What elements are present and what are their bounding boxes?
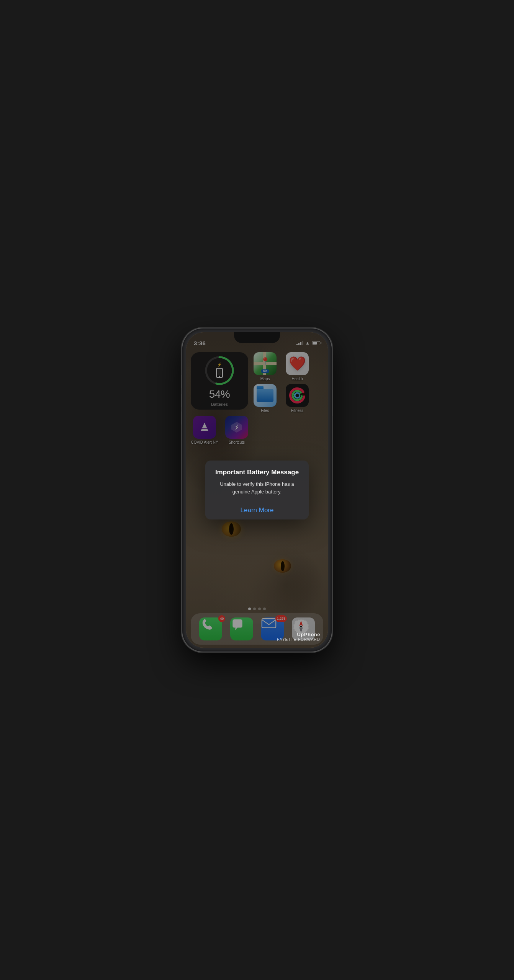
phone-screen: 3:36 ▲	[186, 332, 328, 648]
alert-dialog: Important Battery Message Unable to veri…	[205, 461, 309, 519]
alert-overlay: Important Battery Message Unable to veri…	[186, 332, 328, 648]
branding: UpPhone PAYETTE FORWARD	[277, 632, 320, 642]
alert-body: Important Battery Message Unable to veri…	[205, 461, 309, 501]
alert-title: Important Battery Message	[211, 468, 303, 477]
learn-more-button[interactable]: Learn More	[205, 501, 309, 519]
payette-brand: PAYETTE FORWARD	[277, 637, 320, 642]
phone-frame: 3:36 ▲	[182, 328, 332, 652]
alert-message: Unable to verify this iPhone has a genui…	[211, 480, 303, 495]
upphone-brand: UpPhone	[277, 632, 320, 637]
